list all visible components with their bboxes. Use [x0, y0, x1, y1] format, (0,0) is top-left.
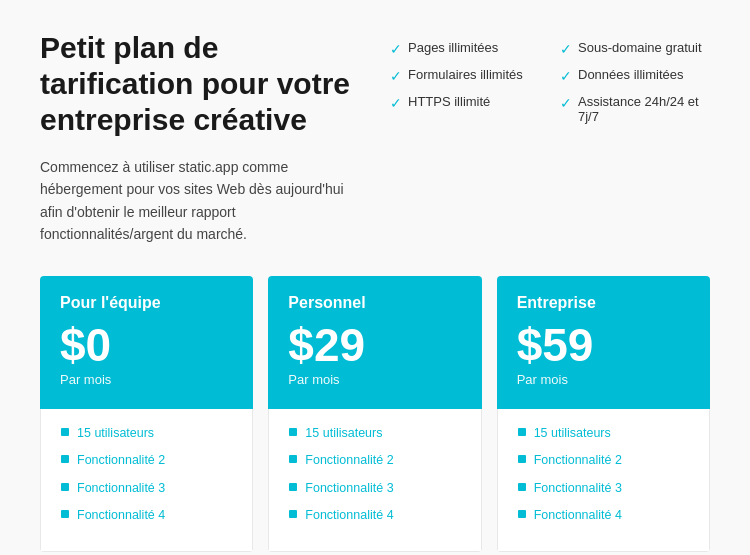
card-period: Par mois [517, 372, 690, 387]
card-feature-text: Fonctionnalité 3 [534, 480, 622, 498]
feature-item-left: ✓Pages illimitées [390, 40, 540, 57]
features-block: ✓Pages illimitées✓Formulaires illimités✓… [390, 30, 710, 246]
bullet-icon [289, 483, 297, 491]
card-features: 15 utilisateursFonctionnalité 2Fonctionn… [40, 409, 253, 552]
bullet-icon [518, 428, 526, 436]
card-feature-item: 15 utilisateurs [289, 425, 460, 443]
card-feature-text: Fonctionnalité 2 [534, 452, 622, 470]
bullet-icon [518, 510, 526, 518]
card-period: Par mois [288, 372, 461, 387]
card-feature-text: 15 utilisateurs [77, 425, 154, 443]
card-feature-item: Fonctionnalité 3 [518, 480, 689, 498]
checkmark-icon: ✓ [560, 95, 572, 111]
bullet-icon [289, 455, 297, 463]
card-feature-item: Fonctionnalité 4 [289, 507, 460, 525]
features-col-right: ✓Sous-domaine gratuit✓Données illimitées… [560, 40, 710, 246]
bullet-icon [61, 428, 69, 436]
bullet-icon [61, 455, 69, 463]
pricing-cards: Pour l'équipe $0 Par mois 15 utilisateur… [40, 276, 710, 552]
top-section: Petit plan de tarification pour votre en… [40, 30, 710, 246]
description: Commencez à utiliser static.app comme hé… [40, 156, 360, 246]
feature-item-right: ✓Assistance 24h/24 et 7j/7 [560, 94, 710, 124]
bullet-icon [518, 483, 526, 491]
checkmark-icon: ✓ [390, 95, 402, 111]
card-feature-text: Fonctionnalité 4 [77, 507, 165, 525]
card-price: $0 [60, 322, 233, 368]
card-features: 15 utilisateursFonctionnalité 2Fonctionn… [268, 409, 481, 552]
bullet-icon [61, 483, 69, 491]
card-feature-text: 15 utilisateurs [534, 425, 611, 443]
feature-item-right: ✓Données illimitées [560, 67, 710, 84]
card-price: $59 [517, 322, 690, 368]
checkmark-icon: ✓ [560, 68, 572, 84]
card-feature-item: Fonctionnalité 4 [61, 507, 232, 525]
card-feature-item: Fonctionnalité 3 [289, 480, 460, 498]
card-header: Pour l'équipe $0 Par mois [40, 276, 253, 409]
pricing-card-2: Entreprise $59 Par mois 15 utilisateursF… [497, 276, 710, 552]
bullet-icon [289, 428, 297, 436]
card-feature-item: Fonctionnalité 3 [61, 480, 232, 498]
card-feature-item: Fonctionnalité 4 [518, 507, 689, 525]
feature-item-right: ✓Sous-domaine gratuit [560, 40, 710, 57]
card-feature-item: Fonctionnalité 2 [518, 452, 689, 470]
checkmark-icon: ✓ [390, 68, 402, 84]
card-header: Personnel $29 Par mois [268, 276, 481, 409]
card-feature-item: 15 utilisateurs [61, 425, 232, 443]
card-feature-text: Fonctionnalité 2 [305, 452, 393, 470]
feature-text: Données illimitées [578, 67, 684, 82]
card-plan-name: Pour l'équipe [60, 294, 233, 312]
bullet-icon [61, 510, 69, 518]
feature-text: Sous-domaine gratuit [578, 40, 702, 55]
card-features: 15 utilisateursFonctionnalité 2Fonctionn… [497, 409, 710, 552]
card-feature-text: Fonctionnalité 4 [305, 507, 393, 525]
card-feature-text: Fonctionnalité 4 [534, 507, 622, 525]
card-plan-name: Entreprise [517, 294, 690, 312]
card-plan-name: Personnel [288, 294, 461, 312]
card-price: $29 [288, 322, 461, 368]
feature-text: Formulaires illimités [408, 67, 523, 82]
left-block: Petit plan de tarification pour votre en… [40, 30, 360, 246]
bullet-icon [289, 510, 297, 518]
main-title: Petit plan de tarification pour votre en… [40, 30, 360, 138]
card-feature-text: Fonctionnalité 2 [77, 452, 165, 470]
card-feature-text: Fonctionnalité 3 [305, 480, 393, 498]
feature-text: HTTPS illimité [408, 94, 490, 109]
checkmark-icon: ✓ [390, 41, 402, 57]
pricing-card-1: Personnel $29 Par mois 15 utilisateursFo… [268, 276, 481, 552]
bullet-icon [518, 455, 526, 463]
card-feature-item: Fonctionnalité 2 [61, 452, 232, 470]
card-header: Entreprise $59 Par mois [497, 276, 710, 409]
card-period: Par mois [60, 372, 233, 387]
feature-item-left: ✓HTTPS illimité [390, 94, 540, 111]
checkmark-icon: ✓ [560, 41, 572, 57]
feature-text: Assistance 24h/24 et 7j/7 [578, 94, 710, 124]
features-col-left: ✓Pages illimitées✓Formulaires illimités✓… [390, 40, 540, 246]
card-feature-text: Fonctionnalité 3 [77, 480, 165, 498]
pricing-card-0: Pour l'équipe $0 Par mois 15 utilisateur… [40, 276, 253, 552]
card-feature-item: 15 utilisateurs [518, 425, 689, 443]
card-feature-text: 15 utilisateurs [305, 425, 382, 443]
page-wrapper: Petit plan de tarification pour votre en… [0, 0, 750, 555]
feature-item-left: ✓Formulaires illimités [390, 67, 540, 84]
feature-text: Pages illimitées [408, 40, 498, 55]
card-feature-item: Fonctionnalité 2 [289, 452, 460, 470]
